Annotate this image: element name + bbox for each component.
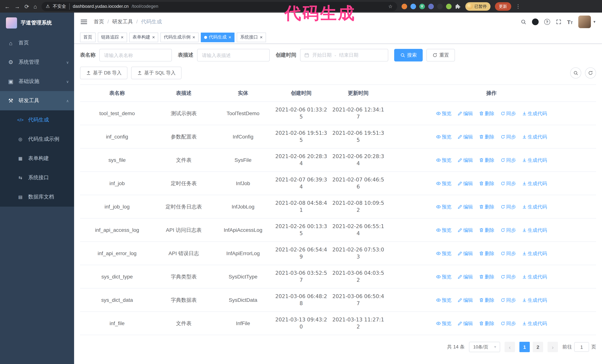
- sync-link[interactable]: 同步: [500, 320, 516, 327]
- preview-link[interactable]: 预览: [436, 273, 452, 280]
- search-button[interactable]: 搜索: [394, 49, 423, 62]
- import-db-button[interactable]: 基于 DB 导入: [80, 67, 128, 79]
- delete-link[interactable]: 删除: [479, 180, 494, 187]
- close-tab-icon[interactable]: ×: [152, 35, 155, 40]
- delete-link[interactable]: 删除: [479, 133, 494, 140]
- sync-link[interactable]: 同步: [500, 297, 516, 304]
- hamburger-icon[interactable]: [80, 18, 88, 26]
- toggle-search-button[interactable]: [570, 67, 581, 79]
- page-size-select[interactable]: 10条/页 ▼: [469, 342, 500, 352]
- sync-link[interactable]: 同步: [500, 203, 516, 210]
- preview-link[interactable]: 预览: [436, 180, 452, 187]
- date-range-picker[interactable]: 开始日期 - 结束日期: [300, 49, 388, 62]
- edit-link[interactable]: 编辑: [457, 203, 473, 210]
- bookmark-star-icon[interactable]: ☆: [388, 3, 393, 9]
- sidebar-item-infrastructure[interactable]: ▣基础设施∨: [0, 72, 74, 91]
- breadcrumb-home[interactable]: 首页: [94, 19, 112, 25]
- home-icon[interactable]: ⌂: [33, 3, 37, 9]
- preview-link[interactable]: 预览: [436, 203, 452, 210]
- help-icon[interactable]: ?: [544, 19, 550, 25]
- reset-button[interactable]: 重置: [426, 49, 455, 62]
- close-tab-icon[interactable]: ×: [121, 35, 124, 40]
- sidebar-item-dev-tools[interactable]: ⚒研发工具∧: [0, 91, 74, 110]
- back-icon[interactable]: ←: [4, 3, 10, 9]
- table-name-input[interactable]: [99, 49, 172, 62]
- preview-link[interactable]: 预览: [436, 227, 452, 234]
- extensions-puzzle-icon[interactable]: [455, 3, 461, 9]
- delete-link[interactable]: 删除: [479, 110, 494, 117]
- generate-code-link[interactable]: 生成代码: [522, 203, 547, 210]
- edit-link[interactable]: 编辑: [457, 250, 473, 257]
- edit-link[interactable]: 编辑: [457, 227, 473, 234]
- font-size-icon[interactable]: TT: [567, 19, 573, 25]
- sync-link[interactable]: 同步: [500, 180, 516, 187]
- extension-icon-5[interactable]: [446, 3, 452, 9]
- forward-icon[interactable]: →: [14, 3, 20, 9]
- close-tab-icon[interactable]: ×: [229, 35, 231, 40]
- generate-code-link[interactable]: 生成代码: [522, 250, 547, 257]
- generate-code-link[interactable]: 生成代码: [522, 273, 547, 280]
- sync-link[interactable]: 同步: [500, 110, 516, 117]
- extension-icon-3[interactable]: [428, 3, 434, 9]
- preview-link[interactable]: 预览: [436, 250, 452, 257]
- close-tab-icon[interactable]: ×: [260, 35, 263, 40]
- sidebar-item-system-management[interactable]: ⚙系统管理∨: [0, 52, 74, 72]
- edit-link[interactable]: 编辑: [457, 297, 473, 304]
- tab-0[interactable]: 首页: [80, 32, 96, 42]
- tab-4[interactable]: 代码生成×: [201, 32, 235, 42]
- generate-code-link[interactable]: 生成代码: [522, 320, 547, 327]
- profile-paused-badge[interactable]: 已暂停: [465, 2, 490, 10]
- generate-code-link[interactable]: 生成代码: [522, 157, 547, 164]
- generate-code-link[interactable]: 生成代码: [522, 297, 547, 304]
- edit-link[interactable]: 编辑: [457, 110, 473, 117]
- fullscreen-icon[interactable]: [556, 19, 562, 25]
- delete-link[interactable]: 删除: [479, 157, 494, 164]
- sidebar-item-form-builder[interactable]: ▦表单构建: [0, 149, 74, 168]
- next-page-button[interactable]: ›: [548, 342, 558, 352]
- table-desc-input[interactable]: [197, 49, 270, 62]
- delete-link[interactable]: 删除: [479, 273, 494, 280]
- prev-page-button[interactable]: ‹: [505, 342, 515, 352]
- extension-icon-1[interactable]: [401, 3, 407, 9]
- refresh-table-button[interactable]: [585, 67, 596, 79]
- goto-page-input[interactable]: [574, 342, 589, 352]
- github-icon[interactable]: [532, 19, 539, 25]
- page-2-button[interactable]: 2: [533, 342, 543, 352]
- user-menu[interactable]: ▼: [578, 16, 596, 28]
- generate-code-link[interactable]: 生成代码: [522, 110, 547, 117]
- sync-link[interactable]: 同步: [500, 227, 516, 234]
- delete-link[interactable]: 删除: [479, 297, 494, 304]
- sync-link[interactable]: 同步: [500, 133, 516, 140]
- sync-link[interactable]: 同步: [500, 157, 516, 164]
- edit-link[interactable]: 编辑: [457, 180, 473, 187]
- edit-link[interactable]: 编辑: [457, 273, 473, 280]
- tab-1[interactable]: 链路追踪×: [98, 32, 127, 42]
- sidebar-item-db-doc[interactable]: ▤数据库文档: [0, 187, 74, 207]
- sidebar-item-codegen-example[interactable]: ◎代码生成示例: [0, 130, 74, 149]
- url-bar[interactable]: ⚠ 不安全 dashboard.yudao.iocoder.cn/tool/co…: [41, 2, 397, 11]
- sync-link[interactable]: 同步: [500, 273, 516, 280]
- browser-menu-icon[interactable]: ⋮: [516, 3, 521, 9]
- extension-icon-2[interactable]: [410, 3, 416, 9]
- tab-3[interactable]: 代码生成示例×: [161, 32, 198, 42]
- edit-link[interactable]: 编辑: [457, 133, 473, 140]
- sidebar-item-system-api[interactable]: ⇆系统接口: [0, 168, 74, 187]
- sidebar-item-codegen[interactable]: </>代码生成: [0, 110, 74, 130]
- generate-code-link[interactable]: 生成代码: [522, 133, 547, 140]
- extension-icon-4[interactable]: [437, 3, 442, 9]
- page-1-button[interactable]: 1: [519, 342, 530, 352]
- import-sql-button[interactable]: 基于 SQL 导入: [131, 67, 182, 79]
- edit-link[interactable]: 编辑: [457, 157, 473, 164]
- edit-link[interactable]: 编辑: [457, 320, 473, 327]
- preview-link[interactable]: 预览: [436, 297, 452, 304]
- tab-2[interactable]: 表单构建×: [129, 32, 158, 42]
- preview-link[interactable]: 预览: [436, 320, 452, 327]
- delete-link[interactable]: 删除: [479, 320, 494, 327]
- preview-link[interactable]: 预览: [436, 133, 452, 140]
- delete-link[interactable]: 删除: [479, 227, 494, 234]
- preview-link[interactable]: 预览: [436, 110, 452, 117]
- delete-link[interactable]: 删除: [479, 203, 494, 210]
- update-button[interactable]: 更新: [495, 2, 511, 10]
- vue-devtools-icon[interactable]: V: [419, 3, 425, 9]
- close-tab-icon[interactable]: ×: [192, 35, 195, 40]
